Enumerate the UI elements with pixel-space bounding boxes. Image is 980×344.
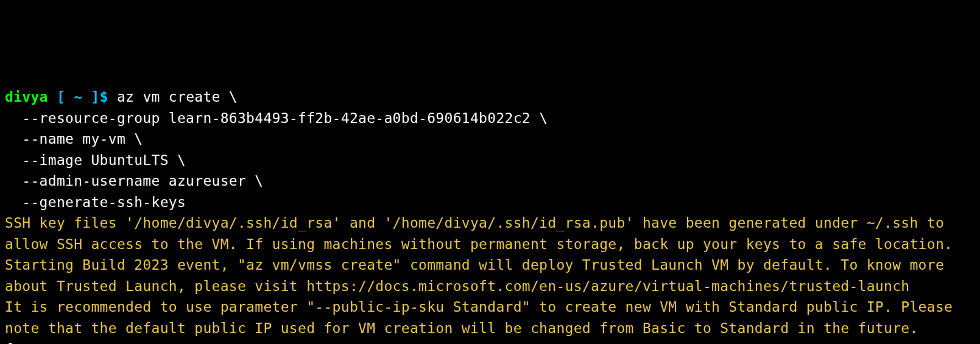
command-line-2: --resource-group learn-863b4493-ff2b-42a… — [5, 110, 548, 126]
output-json-start: { — [5, 341, 13, 344]
command-line-5: --admin-username azureuser \ — [5, 173, 263, 189]
prompt-right-bracket: ] — [82, 89, 99, 105]
command-line-1: az vm create \ — [117, 89, 238, 105]
command-line-6: --generate-ssh-keys — [5, 194, 186, 210]
command-line-4: --image UbuntuLTS \ — [5, 152, 186, 168]
output-trusted-launch: Starting Build 2023 event, "az vm/vmss c… — [5, 257, 953, 294]
terminal[interactable]: divya [ ~ ]$ az vm create \ --resource-g… — [5, 86, 975, 344]
prompt-path: ~ — [74, 89, 82, 105]
prompt-dollar: $ — [100, 89, 117, 105]
output-ip-sku: It is recommended to use parameter "--pu… — [5, 299, 961, 336]
prompt-user: divya — [5, 89, 48, 105]
command-line-3: --name my-vm \ — [5, 131, 143, 147]
prompt-line: divya [ ~ ]$ az vm create \ — [5, 89, 238, 105]
output-ssh-keygen: SSH key files '/home/divya/.ssh/id_rsa' … — [5, 215, 953, 252]
prompt-left-bracket: [ — [48, 89, 74, 105]
